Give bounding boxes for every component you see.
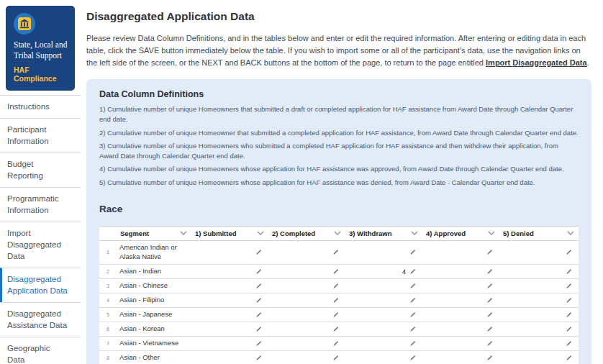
edit-pencil-icon[interactable] xyxy=(566,355,572,361)
sidebar-item-programmatic-information[interactable]: Programmatic Information xyxy=(0,187,81,222)
value-cell[interactable] xyxy=(345,326,422,332)
chevron-down-icon[interactable] xyxy=(257,231,264,235)
edit-pencil-icon[interactable] xyxy=(255,326,262,332)
edit-pencil-icon[interactable] xyxy=(409,268,416,275)
edit-pencil-icon[interactable] xyxy=(409,326,416,332)
chevron-down-icon[interactable] xyxy=(180,231,187,235)
sidebar-item-disaggregated-application-data[interactable]: Disaggregated Application Data xyxy=(0,268,81,302)
edit-pencil-icon[interactable] xyxy=(409,340,416,347)
chevron-down-icon[interactable] xyxy=(411,231,418,235)
edit-pencil-icon[interactable] xyxy=(566,249,572,255)
edit-pencil-icon[interactable] xyxy=(332,355,339,361)
edit-pencil-icon[interactable] xyxy=(486,311,493,318)
value-cell[interactable] xyxy=(268,355,345,361)
sidebar-item-geographic-data[interactable]: Geographic Data xyxy=(0,337,81,364)
value-cell[interactable] xyxy=(268,340,345,347)
value-cell[interactable] xyxy=(422,340,499,347)
value-cell[interactable] xyxy=(191,297,268,304)
import-disaggregated-data-link[interactable]: Import Disaggregated Data xyxy=(486,58,587,67)
value-cell[interactable] xyxy=(268,326,345,332)
edit-pencil-icon[interactable] xyxy=(409,311,416,318)
edit-pencil-icon[interactable] xyxy=(332,283,339,289)
value-cell[interactable] xyxy=(191,249,268,255)
value-cell[interactable] xyxy=(268,297,345,304)
edit-pencil-icon[interactable] xyxy=(486,249,493,255)
edit-pencil-icon[interactable] xyxy=(409,283,416,289)
edit-pencil-icon[interactable] xyxy=(255,283,262,289)
value-cell[interactable] xyxy=(499,326,579,332)
edit-pencil-icon[interactable] xyxy=(566,297,572,304)
value-cell[interactable] xyxy=(191,268,268,275)
edit-pencil-icon[interactable] xyxy=(486,355,493,361)
edit-pencil-icon[interactable] xyxy=(255,355,262,361)
edit-pencil-icon[interactable] xyxy=(332,326,339,332)
edit-pencil-icon[interactable] xyxy=(332,268,339,275)
value-cell[interactable] xyxy=(345,340,422,347)
value-cell[interactable] xyxy=(422,355,499,361)
value-cell[interactable] xyxy=(422,283,499,289)
column-header-5-denied[interactable]: 5) Denied xyxy=(499,227,579,240)
value-cell[interactable] xyxy=(499,340,579,347)
value-cell[interactable] xyxy=(191,326,268,332)
value-cell[interactable] xyxy=(345,283,422,289)
edit-pencil-icon[interactable] xyxy=(409,355,416,361)
sidebar-item-participant-information[interactable]: Participant Information xyxy=(0,118,81,153)
edit-pencil-icon[interactable] xyxy=(409,297,416,304)
value-cell[interactable] xyxy=(345,297,422,304)
column-header-segment[interactable]: Segment xyxy=(117,227,191,240)
value-cell[interactable] xyxy=(422,326,499,332)
column-header-3-withdrawn[interactable]: 3) Withdrawn xyxy=(345,227,422,240)
value-cell[interactable] xyxy=(191,311,268,318)
edit-pencil-icon[interactable] xyxy=(486,268,493,275)
edit-pencil-icon[interactable] xyxy=(566,340,572,347)
chevron-down-icon[interactable] xyxy=(334,231,341,235)
column-header-1-submitted[interactable]: 1) Submitted xyxy=(191,227,268,240)
value-cell[interactable] xyxy=(499,268,579,275)
sidebar-item-budget-reporting[interactable]: Budget Reporting xyxy=(0,153,81,187)
column-header-2-completed[interactable]: 2) Completed xyxy=(268,227,345,240)
edit-pencil-icon[interactable] xyxy=(255,340,262,347)
chevron-down-icon[interactable] xyxy=(567,231,574,235)
value-cell[interactable] xyxy=(268,311,345,318)
edit-pencil-icon[interactable] xyxy=(486,283,493,289)
edit-pencil-icon[interactable] xyxy=(486,297,493,304)
value-cell[interactable] xyxy=(268,283,345,289)
edit-pencil-icon[interactable] xyxy=(255,249,262,255)
value-cell[interactable] xyxy=(422,311,499,318)
edit-pencil-icon[interactable] xyxy=(332,311,339,318)
edit-pencil-icon[interactable] xyxy=(255,297,262,304)
edit-pencil-icon[interactable] xyxy=(566,311,572,318)
edit-pencil-icon[interactable] xyxy=(332,249,339,255)
sidebar-item-instructions[interactable]: Instructions xyxy=(0,95,81,119)
value-cell[interactable] xyxy=(499,283,579,289)
value-cell[interactable] xyxy=(268,249,345,255)
edit-pencil-icon[interactable] xyxy=(566,268,572,275)
value-cell[interactable] xyxy=(191,355,268,361)
value-cell[interactable] xyxy=(345,249,422,255)
edit-pencil-icon[interactable] xyxy=(566,326,572,332)
value-cell[interactable] xyxy=(499,311,579,318)
value-cell[interactable] xyxy=(499,355,579,361)
value-cell[interactable] xyxy=(499,249,579,255)
value-cell[interactable] xyxy=(191,340,268,347)
sidebar-item-disaggregated-assistance-data[interactable]: Disaggregated Assistance Data xyxy=(0,302,81,337)
edit-pencil-icon[interactable] xyxy=(255,311,262,318)
edit-pencil-icon[interactable] xyxy=(566,283,572,289)
value-cell[interactable] xyxy=(422,297,499,304)
edit-pencil-icon[interactable] xyxy=(486,340,493,347)
value-cell[interactable] xyxy=(345,355,422,361)
value-cell[interactable] xyxy=(345,311,422,318)
value-cell[interactable] xyxy=(422,249,499,255)
sidebar-item-import-disaggregated-data[interactable]: Import Disaggregated Data xyxy=(0,222,81,268)
edit-pencil-icon[interactable] xyxy=(409,249,416,255)
value-cell[interactable]: 4 xyxy=(345,268,422,276)
value-cell[interactable] xyxy=(191,283,268,289)
value-cell[interactable] xyxy=(499,297,579,304)
value-cell[interactable] xyxy=(422,268,499,275)
edit-pencil-icon[interactable] xyxy=(332,340,339,347)
value-cell[interactable] xyxy=(268,268,345,275)
column-header-4-approved[interactable]: 4) Approved xyxy=(422,227,499,240)
edit-pencil-icon[interactable] xyxy=(332,297,339,304)
chevron-down-icon[interactable] xyxy=(488,231,495,235)
edit-pencil-icon[interactable] xyxy=(255,268,262,275)
